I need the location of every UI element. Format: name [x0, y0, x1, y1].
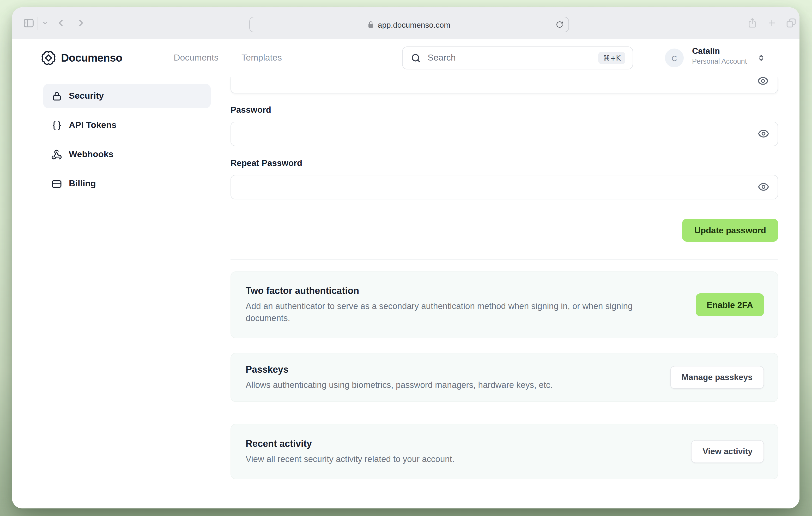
section-title: Two factor authentication: [245, 286, 647, 297]
recent-activity-card: Recent activity View all recent security…: [231, 424, 778, 479]
current-password-field[interactable]: [231, 77, 778, 93]
search-shortcut-badge: ⌘+K: [599, 52, 625, 64]
section-title: Recent activity: [245, 438, 647, 449]
settings-sidebar: Security API Tokens: [43, 84, 211, 201]
eye-icon[interactable]: [758, 181, 769, 193]
brand-name: Documenso: [61, 52, 122, 64]
sidebar-toggle-icon[interactable]: [23, 17, 35, 29]
nav-documents[interactable]: Documents: [174, 53, 219, 63]
tab-overview-icon[interactable]: [785, 17, 797, 29]
section-title: Passkeys: [245, 364, 647, 375]
desktop: app.documenso.com: [0, 0, 812, 516]
sidebar-item-label: Billing: [69, 179, 96, 189]
account-type: Personal Account: [692, 58, 747, 65]
forward-icon[interactable]: [76, 18, 86, 28]
section-description: Add an authenticator to serve as a secon…: [245, 300, 647, 324]
sidebar-item-label: Security: [69, 91, 104, 101]
credit-card-icon: [51, 178, 62, 189]
update-password-button[interactable]: Update password: [683, 219, 778, 242]
lock-icon: [51, 90, 62, 102]
avatar[interactable]: C: [665, 49, 684, 67]
search-placeholder: Search: [428, 53, 456, 63]
repeat-password-input[interactable]: [231, 175, 778, 199]
chevrons-up-down-icon[interactable]: [757, 54, 765, 62]
password-input[interactable]: [231, 121, 778, 146]
chevron-down-icon[interactable]: [42, 20, 49, 26]
content-area: Security API Tokens: [12, 77, 800, 509]
braces-icon: [51, 120, 62, 131]
url-bar[interactable]: app.documenso.com: [249, 17, 569, 32]
search-input[interactable]: Search ⌘+K: [402, 47, 633, 70]
lock-icon: [368, 21, 374, 28]
password-label: Password: [231, 105, 271, 115]
sidebar-item-security[interactable]: Security: [43, 84, 211, 108]
section-description: View all recent security activity relate…: [245, 453, 647, 465]
account-name: Catalin: [692, 47, 747, 55]
passkeys-card: Passkeys Allows authenticating using bio…: [231, 353, 778, 402]
sidebar-item-api-tokens[interactable]: API Tokens: [43, 113, 211, 137]
view-activity-button[interactable]: View activity: [691, 440, 764, 463]
repeat-password-label: Repeat Password: [231, 158, 302, 168]
back-icon[interactable]: [56, 18, 66, 28]
manage-passkeys-button[interactable]: Manage passkeys: [670, 366, 764, 389]
browser-window: app.documenso.com: [12, 7, 800, 509]
section-divider: [231, 260, 778, 260]
account-switcher[interactable]: Catalin Personal Account: [692, 47, 747, 65]
nav-templates[interactable]: Templates: [241, 53, 282, 63]
sidebar-item-webhooks[interactable]: Webhooks: [43, 142, 211, 166]
sidebar-item-label: API Tokens: [69, 120, 117, 131]
section-description: Allows authenticating using biometrics, …: [245, 379, 647, 391]
enable-2fa-button[interactable]: Enable 2FA: [696, 293, 764, 316]
eye-icon[interactable]: [758, 128, 769, 139]
url-text: app.documenso.com: [378, 20, 451, 29]
search-icon: [410, 52, 422, 63]
avatar-initial: C: [671, 54, 677, 62]
new-tab-icon[interactable]: [766, 18, 777, 28]
sidebar-item-label: Webhooks: [69, 149, 113, 160]
sidebar-item-billing[interactable]: Billing: [43, 172, 211, 196]
browser-toolbar: app.documenso.com: [12, 7, 800, 39]
app-header: Documenso Documents Templates Search ⌘+K…: [12, 39, 800, 77]
toolbar-divider: [37, 17, 38, 30]
brand[interactable]: Documenso: [41, 51, 122, 65]
security-settings-main: Password Repeat Password: [231, 77, 778, 509]
refresh-icon[interactable]: [555, 20, 564, 29]
webhook-icon: [51, 149, 62, 160]
two-factor-card: Two factor authentication Add an authent…: [231, 271, 778, 338]
documenso-logo-icon: [41, 51, 56, 65]
share-icon[interactable]: [747, 17, 758, 29]
eye-icon[interactable]: [757, 75, 769, 87]
